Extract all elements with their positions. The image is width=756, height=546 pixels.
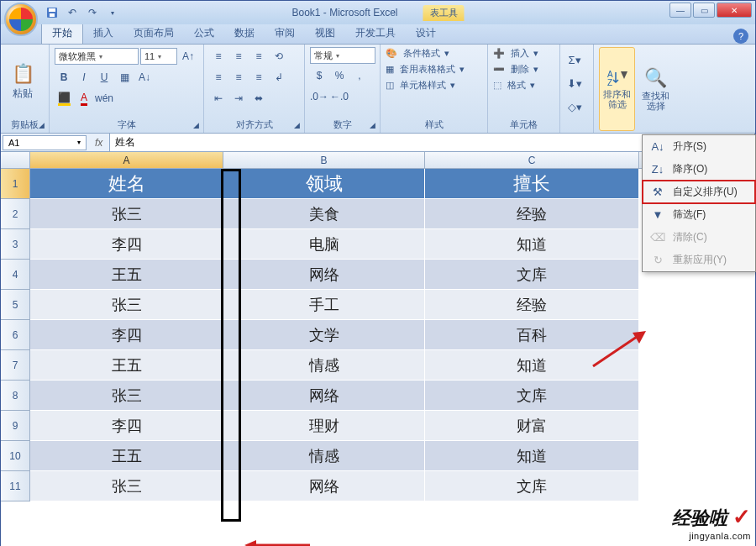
row-header[interactable]: 6 <box>1 320 30 350</box>
underline-button[interactable]: U <box>95 68 113 87</box>
table-format-button[interactable]: ▦ 套用表格格式 ▾ <box>386 63 482 76</box>
data-cell[interactable]: 王五 <box>30 260 223 290</box>
row-header[interactable]: 1 <box>1 169 30 199</box>
delete-button[interactable]: ➖ 删除 ▾ <box>493 63 554 76</box>
col-header-c[interactable]: C <box>425 152 639 168</box>
data-cell[interactable]: 王五 <box>30 441 223 471</box>
sort-filter-button[interactable]: AZ 排序和筛选 <box>599 47 635 131</box>
row-header[interactable]: 4 <box>1 260 30 290</box>
data-cell[interactable]: 李四 <box>30 320 223 350</box>
data-cell[interactable]: 网络 <box>223 471 425 501</box>
data-cell[interactable]: 知道 <box>425 441 639 471</box>
bold-button[interactable]: B <box>55 68 73 87</box>
row-header[interactable]: 7 <box>1 350 30 381</box>
sort-asc-item[interactable]: A↓ 升序(S) <box>643 135 755 158</box>
data-cell[interactable]: 手工 <box>223 290 425 320</box>
tab-data[interactable]: 数据 <box>224 23 265 44</box>
data-cell[interactable]: 李四 <box>30 411 223 441</box>
header-cell[interactable]: 领域 <box>223 169 425 199</box>
clear-icon[interactable]: ◇▾ <box>565 97 584 116</box>
data-cell[interactable]: 张三 <box>30 199 223 229</box>
maximize-button[interactable]: ▭ <box>693 3 715 18</box>
currency-icon[interactable]: $ <box>310 66 328 85</box>
format-button[interactable]: ⬚ 格式 ▾ <box>493 79 554 92</box>
help-button[interactable]: ? <box>733 29 748 44</box>
custom-sort-item[interactable]: ⚒ 自定义排序(U) <box>642 180 756 204</box>
office-button[interactable] <box>4 3 38 36</box>
phonetic-button[interactable]: wén <box>95 89 113 108</box>
redo-icon[interactable]: ↷ <box>85 5 100 20</box>
row-header[interactable]: 2 <box>1 199 30 229</box>
header-cell[interactable]: 擅长 <box>425 169 639 199</box>
find-select-button[interactable]: 🔍 查找和选择 <box>638 47 673 131</box>
data-cell[interactable]: 百科 <box>425 320 639 350</box>
indent-inc-icon[interactable]: ⇥ <box>229 89 248 108</box>
data-cell[interactable]: 情感 <box>223 350 425 381</box>
select-all-corner[interactable] <box>1 152 30 168</box>
italic-button[interactable]: I <box>75 68 93 87</box>
align-bottom-icon[interactable]: ≡ <box>249 47 268 66</box>
inc-decimal-icon[interactable]: .0→ <box>310 87 328 106</box>
shrink-font-icon[interactable]: A↓ <box>135 68 154 87</box>
filter-item[interactable]: ▼ 筛选(F) <box>643 203 755 226</box>
clipboard-launcher[interactable]: ◢ <box>35 119 47 131</box>
tab-design[interactable]: 设计 <box>406 23 446 44</box>
data-cell[interactable]: 经验 <box>425 290 639 320</box>
data-cell[interactable]: 文库 <box>425 381 639 411</box>
font-name-combo[interactable]: 微软雅黑▾ <box>55 48 139 65</box>
row-header[interactable]: 3 <box>1 229 30 260</box>
tab-dev[interactable]: 开发工具 <box>345 23 406 44</box>
number-launcher[interactable]: ◢ <box>366 119 378 131</box>
font-size-combo[interactable]: 11▾ <box>140 48 177 65</box>
tab-formula[interactable]: 公式 <box>184 23 224 44</box>
data-cell[interactable]: 网络 <box>223 381 425 411</box>
save-icon[interactable] <box>45 5 60 20</box>
comma-icon[interactable]: , <box>350 66 369 85</box>
tab-layout[interactable]: 页面布局 <box>123 23 184 44</box>
merge-button[interactable]: ⬌ <box>249 89 268 108</box>
align-center-icon[interactable]: ≡ <box>229 68 248 87</box>
paste-button[interactable]: 📋 粘贴 <box>6 47 39 117</box>
data-cell[interactable]: 李四 <box>30 229 223 260</box>
tab-home[interactable]: 开始 <box>41 22 83 44</box>
row-header[interactable]: 10 <box>1 441 30 471</box>
data-cell[interactable]: 网络 <box>223 260 425 290</box>
dec-decimal-icon[interactable]: ←.0 <box>330 87 349 106</box>
data-cell[interactable]: 理财 <box>223 411 425 441</box>
font-launcher[interactable]: ◢ <box>190 119 202 131</box>
insert-button[interactable]: ➕ 插入 ▾ <box>493 47 554 60</box>
align-launcher[interactable]: ◢ <box>291 119 302 131</box>
data-cell[interactable]: 文学 <box>223 320 425 350</box>
context-tab[interactable]: 表工具 <box>423 5 465 21</box>
data-cell[interactable]: 张三 <box>30 471 223 501</box>
data-cell[interactable]: 知道 <box>425 229 639 260</box>
close-button[interactable]: ✕ <box>717 3 752 18</box>
sort-desc-item[interactable]: Z↓ 降序(O) <box>643 158 755 181</box>
data-cell[interactable]: 文库 <box>425 471 639 501</box>
row-header[interactable]: 9 <box>1 411 30 441</box>
grow-font-icon[interactable]: A↑ <box>179 47 197 66</box>
number-format-combo[interactable]: 常规▾ <box>310 47 375 64</box>
data-cell[interactable]: 电脑 <box>223 229 425 260</box>
align-middle-icon[interactable]: ≡ <box>229 47 248 66</box>
undo-icon[interactable]: ↶ <box>65 5 80 20</box>
minimize-button[interactable]: — <box>669 3 691 18</box>
tab-view[interactable]: 视图 <box>305 23 345 44</box>
col-header-a[interactable]: A <box>30 152 223 168</box>
data-cell[interactable]: 文库 <box>425 260 639 290</box>
qat-more-icon[interactable]: ▾ <box>105 5 120 20</box>
data-cell[interactable]: 王五 <box>30 350 223 381</box>
align-top-icon[interactable]: ≡ <box>209 47 228 66</box>
autosum-icon[interactable]: Σ▾ <box>565 50 584 69</box>
col-header-b[interactable]: B <box>223 152 425 168</box>
fill-color-button[interactable]: ⬛ <box>55 89 73 108</box>
data-cell[interactable]: 美食 <box>223 199 425 229</box>
tab-insert[interactable]: 插入 <box>83 23 123 44</box>
tab-review[interactable]: 审阅 <box>265 23 305 44</box>
align-right-icon[interactable]: ≡ <box>249 68 268 87</box>
cond-format-button[interactable]: 🎨 条件格式 ▾ <box>386 47 482 60</box>
data-cell[interactable]: 经验 <box>425 199 639 229</box>
row-header[interactable]: 8 <box>1 381 30 411</box>
cell-style-button[interactable]: ◫ 单元格样式 ▾ <box>386 79 482 92</box>
data-cell[interactable]: 财富 <box>425 411 639 441</box>
